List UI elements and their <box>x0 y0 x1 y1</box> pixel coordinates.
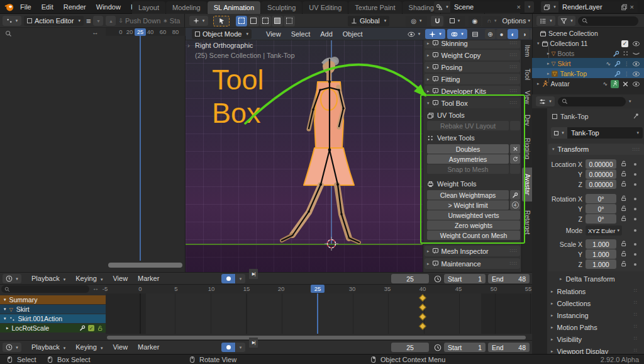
view-layer-icon[interactable]: ▾ <box>541 1 558 13</box>
panel-weight-copy[interactable]: ▸Weight Copy∷∷ <box>425 50 520 60</box>
channel-locrotscale[interactable]: ▸LocRotScale ✓ <box>0 324 106 333</box>
editor-type-dopesheet-icon[interactable]: ▾ <box>3 16 21 26</box>
timeline2-editor-type-icon[interactable]: ▾ <box>3 343 21 352</box>
animate-dot[interactable] <box>634 263 636 266</box>
section-instancing[interactable]: ▸Instancing <box>551 312 589 319</box>
modifier-wrench-icon[interactable] <box>613 50 619 57</box>
timeline-menu-playback[interactable]: Playback ▾ <box>26 273 70 285</box>
ae-playhead[interactable] <box>140 36 141 261</box>
channel-lock-icon[interactable] <box>97 325 103 331</box>
section-delta-transform[interactable]: ▸Delta Transform <box>560 275 615 283</box>
select-mode-extend-button[interactable] <box>248 16 259 26</box>
modifier-wrench-icon[interactable] <box>614 60 621 67</box>
panel-skinning[interactable]: ▸Skinning∷∷ <box>425 40 520 48</box>
tab-item[interactable]: Item <box>522 40 533 62</box>
clean-weightmaps-button[interactable]: Clean Weightmaps <box>427 190 509 200</box>
viewport-menu-object[interactable]: Object <box>338 28 368 40</box>
weight-limit-button[interactable]: > Weight limit <box>427 200 509 210</box>
tab-retarget[interactable]: Retarget <box>522 204 533 241</box>
scale-z-field[interactable]: 1.000 <box>586 259 616 269</box>
dopesheet-expand-icon[interactable]: ↔ <box>92 285 99 292</box>
weight-limit-count-badge[interactable]: 4 <box>510 200 520 210</box>
properties-editor-type-icon[interactable]: ▾ <box>536 96 555 106</box>
push-down-button[interactable]: ⇩Push Down <box>118 17 160 25</box>
shading-material-button[interactable]: ◐ <box>508 29 518 39</box>
move-down-button[interactable]: ▼ <box>93 16 103 26</box>
vertex-group-icon[interactable] <box>623 50 629 57</box>
outliner-row-avatar[interactable]: ▸ Avatar ∿ <box>532 79 644 89</box>
object-selector[interactable]: ▾ Tank-Top ▾ <box>551 127 643 139</box>
scene-unlink-icon[interactable]: × <box>517 3 521 11</box>
timeline-menu-view[interactable]: View <box>108 273 133 285</box>
animate-dot[interactable] <box>634 208 636 210</box>
section-motion-paths[interactable]: ▸Motion Paths <box>551 324 597 331</box>
workspace-tab-layout[interactable]: Layout <box>132 1 165 14</box>
animate-dot[interactable] <box>634 163 636 166</box>
animation-icon[interactable]: ∿ <box>606 60 611 67</box>
current-frame-field[interactable]: 25 <box>391 274 429 283</box>
action-editor-mode-dropdown[interactable]: Action Editor▾ <box>24 16 84 26</box>
select-mode-invert-button[interactable] <box>272 16 283 26</box>
proportional-editing-button[interactable]: ◉ <box>469 16 481 26</box>
dopesheet-horizontal-scrollbar[interactable] <box>107 336 526 339</box>
rotation-z-field[interactable]: 0° <box>586 214 616 224</box>
gizmos-dropdown[interactable]: ▾ <box>425 29 445 39</box>
overflow-icon[interactable]: ⋮ <box>624 61 629 67</box>
pivot-point-dropdown[interactable]: ◎▾ <box>406 16 427 26</box>
snap-extra-slot[interactable] <box>510 164 520 174</box>
channel-enable-checkbox[interactable]: ✓ <box>88 325 94 331</box>
animate-dot[interactable] <box>634 218 636 220</box>
new-layer-icon[interactable] <box>621 4 628 11</box>
eye-icon[interactable] <box>632 71 640 77</box>
rotation-y-field[interactable]: 0° <box>586 204 616 213</box>
timeline2-menu-view[interactable]: View <box>108 341 133 353</box>
snap-to-mesh-button[interactable]: Snap to Mesh <box>427 164 509 174</box>
outliner-row-boots[interactable]: ▸ ▽ Boots <box>532 48 644 59</box>
animate-dot[interactable] <box>634 229 636 232</box>
renderlayer-name[interactable]: RenderLayer <box>562 3 602 11</box>
rebake-extra-slot[interactable] <box>510 121 520 130</box>
workspace-tab-sl-animation[interactable]: SL Animation <box>208 1 260 14</box>
scale-y-field[interactable]: 1.000 <box>586 249 616 259</box>
doubles-button[interactable]: Doubles <box>427 144 509 154</box>
workspace-tab-sculpting[interactable]: Sculpting <box>261 1 302 14</box>
outliner-display-mode-dropdown[interactable]: ▾ <box>536 16 555 26</box>
keyframe-diamond[interactable] <box>419 313 426 320</box>
lock-icon[interactable] <box>620 215 627 222</box>
animate-dot[interactable] <box>634 253 636 256</box>
eye-closed-icon[interactable] <box>632 51 640 56</box>
animate-dot[interactable] <box>634 198 636 200</box>
timeline-menu-keying[interactable]: Keying ▾ <box>70 273 108 285</box>
transform-orientation-dropdown[interactable]: Global▾ <box>348 16 389 26</box>
toolbar-expand-arrow[interactable]: › <box>187 42 190 49</box>
lock-icon[interactable] <box>620 160 627 167</box>
modifier-wrench-icon[interactable] <box>79 325 86 331</box>
weight-count-button[interactable]: Weight Count on Mesh <box>427 230 520 240</box>
unweighted-verts-button[interactable]: Unweighted verts <box>427 210 520 220</box>
properties-options-dropdown[interactable]: ▾ <box>629 99 631 104</box>
lock-icon[interactable] <box>620 180 627 187</box>
viewport-menu-view[interactable]: View <box>261 28 286 40</box>
xray-toggle-button[interactable] <box>469 29 480 39</box>
outliner-row-collection-11[interactable]: ▾ Collection 11 ✓ <box>532 38 644 48</box>
pose-mode-icon[interactable] <box>611 80 619 88</box>
timeline-menu-marker[interactable]: Marker <box>133 273 164 285</box>
animation-icon[interactable]: ∿ <box>602 81 608 87</box>
lock-icon[interactable] <box>620 205 627 212</box>
frame-start-field[interactable]: Start1 <box>444 274 486 283</box>
lock-icon[interactable] <box>620 170 627 177</box>
lock-icon[interactable] <box>620 260 627 267</box>
eye-icon[interactable] <box>632 81 640 87</box>
menu-edit[interactable]: Edit <box>36 0 58 14</box>
outliner-filter-dropdown[interactable]: ▾ <box>558 16 575 26</box>
viewport-menu-select[interactable]: Select <box>286 28 316 40</box>
keying-options-dropdown[interactable]: ▾ <box>236 274 245 283</box>
timeline2-menu-keying[interactable]: Keying ▾ <box>70 341 108 354</box>
object-visibility-dropdown[interactable]: ▾ <box>404 29 423 39</box>
menu-render[interactable]: Render <box>58 0 91 14</box>
frame-end-field[interactable]: End48 <box>488 343 530 352</box>
outliner-row-scene-collection[interactable]: Scene Collection <box>532 28 644 38</box>
shading-wireframe-button[interactable]: ⊕ <box>485 29 496 39</box>
rebake-uv-layout-button[interactable]: Rebake UV Layout <box>427 121 509 130</box>
auto-keying-button[interactable] <box>221 343 235 352</box>
